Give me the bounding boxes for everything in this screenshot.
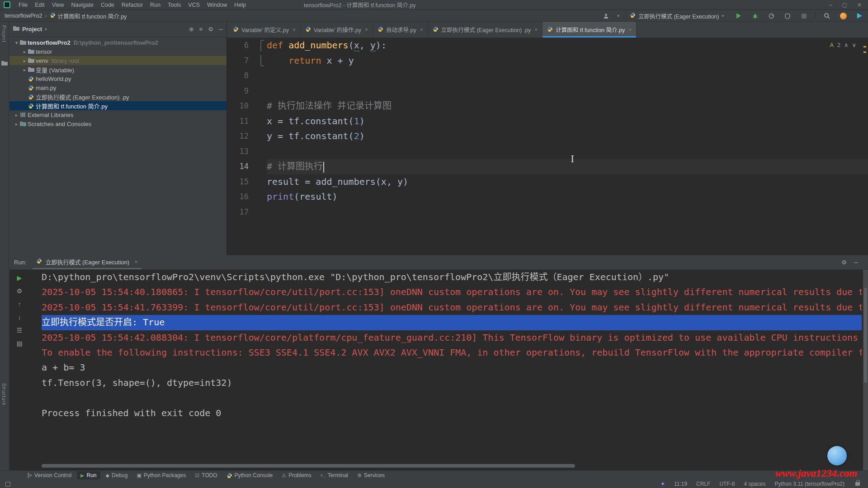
tree-item[interactable]: 立即执行模式 (Eager Execution) .py	[9, 92, 226, 101]
user-icon[interactable]	[601, 11, 611, 20]
pycharm-window: FileEditViewNavigateCodeRefactorRunTools…	[0, 0, 868, 488]
tree-item[interactable]: ▸External Libraries	[9, 110, 226, 119]
menu-item-file[interactable]: File	[15, 2, 31, 8]
code-editor[interactable]: 6def add_numbers(x, y):7 return x + y891…	[227, 38, 868, 255]
caret-position[interactable]: 11:19	[674, 481, 687, 487]
breadcrumb-project[interactable]: tensorflowPro2	[5, 13, 42, 19]
menu-item-help[interactable]: Help	[231, 2, 250, 8]
indent-style[interactable]: 4 spaces	[744, 481, 765, 487]
tree-item-label: Scratches and Consoles	[28, 121, 91, 127]
toolwindow-button-run[interactable]: ▶Run	[77, 471, 100, 479]
menu-item-view[interactable]: View	[48, 2, 68, 8]
settings-wrench-icon[interactable]: ⚙	[15, 286, 24, 296]
console-vertical-scrollbar[interactable]	[863, 270, 868, 470]
breadcrumb-file[interactable]: 计算图和 tf.function 简介.py	[58, 12, 127, 20]
floating-badge[interactable]	[827, 446, 847, 465]
chevron-up-icon[interactable]: ∧	[844, 42, 849, 48]
project-stripe-button[interactable]: Project	[1, 25, 6, 42]
print-icon[interactable]: ▤	[15, 339, 24, 348]
inspection-widget[interactable]: A 2 ∧ ∨	[830, 42, 856, 48]
ai-assistant-icon[interactable]: ✦	[660, 481, 665, 487]
hide-panel-icon[interactable]: ─	[219, 26, 223, 33]
locate-file-icon[interactable]: ⊕	[189, 26, 194, 33]
toolwindow-button-python-packages[interactable]: ▣Python Packages	[133, 471, 189, 479]
expand-arrow-icon[interactable]: ▾	[13, 40, 20, 45]
tree-item[interactable]: helloWorld.py	[9, 74, 226, 83]
menu-item-refactor[interactable]: Refactor	[118, 2, 146, 8]
file-encoding[interactable]: UTF-8	[719, 481, 735, 487]
editor-tab[interactable]: 自动求导.py×	[373, 22, 428, 38]
coverage-button[interactable]	[783, 11, 793, 20]
soft-wrap-menu-icon[interactable]: ☰	[15, 326, 24, 335]
menu-item-run[interactable]: Run	[146, 2, 164, 8]
settings-gear-icon[interactable]: ⚙	[841, 259, 847, 266]
toolwindow-button-todo[interactable]: ☑TODO	[191, 471, 221, 479]
close-icon[interactable]: ×	[534, 27, 538, 33]
menu-item-vcs[interactable]: VCS	[184, 2, 203, 8]
console-output[interactable]: D:\python_pro\tensorflowPro2\venv\Script…	[42, 270, 862, 470]
chevron-down-icon[interactable]: ∨	[852, 42, 856, 48]
menu-item-window[interactable]: Window	[203, 2, 231, 8]
settings-gear-icon[interactable]: ⚙	[208, 26, 213, 33]
stop-button[interactable]	[799, 11, 809, 20]
menu-item-tools[interactable]: Tools	[164, 2, 184, 8]
close-icon[interactable]: ×	[134, 258, 138, 265]
scroll-up-icon[interactable]: ↑	[15, 300, 24, 309]
toolwindow-button-label: Terminal	[328, 472, 348, 479]
tree-item[interactable]: main.py	[9, 83, 226, 92]
line-separator[interactable]: CRLF	[696, 481, 710, 487]
tree-item[interactable]: ▸Scratches and Consoles	[9, 119, 226, 128]
toolwindow-button-services[interactable]: ⚙Services	[354, 471, 388, 479]
project-tree[interactable]: ▾tensorflowPro2D:\python_pro\tensorflowP…	[9, 37, 226, 128]
close-icon[interactable]: ×	[420, 27, 423, 33]
project-panel-title[interactable]: Project	[22, 26, 42, 33]
structure-stripe-button[interactable]: Structure	[1, 383, 6, 406]
toolwindow-button-version-control[interactable]: Version Control	[24, 471, 75, 479]
expand-arrow-icon[interactable]: ▸	[21, 49, 28, 54]
assistant-icon[interactable]	[854, 11, 864, 20]
toolwindow-button-python-console[interactable]: Python Console	[223, 471, 277, 479]
expand-arrow-icon[interactable]: ▸	[21, 58, 28, 63]
editor-tab[interactable]: 计算图和 tf.function 简介.py×	[542, 22, 637, 38]
collapse-all-icon[interactable]: ≡	[199, 26, 203, 33]
rerun-icon[interactable]: ▶	[15, 273, 24, 282]
menu-item-code[interactable]: Code	[97, 2, 118, 8]
console-horizontal-scrollbar[interactable]	[42, 464, 575, 468]
tree-item[interactable]: ▸tensor	[9, 47, 226, 56]
update-notification-icon[interactable]	[838, 11, 848, 20]
run-configuration-select[interactable]: 立即执行模式 (Eager Execution) ▾	[626, 11, 727, 21]
profiler-button[interactable]	[766, 11, 776, 20]
editor-tab[interactable]: Variable' 的定义.py×	[228, 22, 301, 38]
run-console-tab[interactable]: 立即执行模式 (Eager Execution) ×	[33, 255, 141, 269]
scroll-down-icon[interactable]: ↓	[15, 313, 24, 322]
expand-arrow-icon[interactable]: ▸	[13, 122, 20, 127]
python-interpreter[interactable]: Python 3.11 (tensorflowPro2)	[774, 481, 844, 487]
search-icon[interactable]	[822, 11, 832, 20]
toolwindow-button-debug[interactable]: ◆Debug	[102, 471, 132, 479]
expand-arrow-icon[interactable]: ▸	[21, 67, 28, 72]
editor-scrollbar[interactable]	[863, 40, 867, 252]
tree-item[interactable]: ▸venvlibrary root	[9, 56, 226, 65]
close-icon[interactable]: ×	[628, 27, 632, 33]
tree-item[interactable]: ▸变量 (Variable)	[9, 65, 226, 74]
editor-tab[interactable]: Variable' 的操作.py×	[301, 22, 373, 38]
expand-arrow-icon[interactable]: ▸	[13, 113, 20, 117]
tree-item[interactable]: ▾tensorflowPro2D:\python_pro\tensorflowP…	[9, 38, 226, 47]
toolwindow-button-problems[interactable]: ⚠Problems	[278, 471, 315, 479]
debug-button[interactable]	[750, 11, 760, 20]
close-icon[interactable]: ×	[365, 27, 368, 33]
close-icon[interactable]: ✕	[857, 2, 862, 8]
menu-item-navigate[interactable]: Navigate	[68, 2, 97, 8]
toolwindow-button-terminal[interactable]: >_Terminal	[317, 471, 352, 479]
menu-item-edit[interactable]: Edit	[31, 2, 48, 8]
editor-tab[interactable]: 立即执行模式 (Eager Execution) .py×	[428, 22, 543, 38]
maximize-icon[interactable]: ▢	[842, 2, 847, 8]
minimize-icon[interactable]: –	[829, 2, 832, 8]
close-icon[interactable]: ×	[292, 27, 296, 33]
tree-item[interactable]: 计算图和 tf.function 简介.py	[9, 101, 226, 110]
layout-icon[interactable]	[5, 482, 10, 487]
run-button[interactable]	[734, 11, 744, 20]
hide-panel-icon[interactable]: ─	[854, 259, 858, 266]
lock-icon[interactable]	[855, 482, 860, 486]
code-line: 10# 执行加法操作 并记录计算图	[227, 99, 868, 114]
